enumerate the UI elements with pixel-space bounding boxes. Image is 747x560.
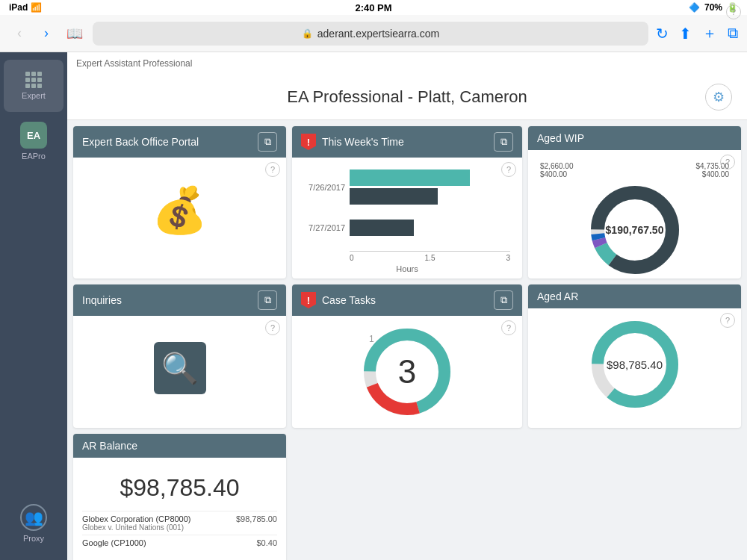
axis-0: 0 xyxy=(350,254,403,262)
widget-aged-wip-body: ? $2,660.00 $400.00 $4,735.00 $400.00 xyxy=(528,150,741,279)
reload-button[interactable]: ↻ xyxy=(656,25,669,43)
eapro-icon: EA xyxy=(20,122,47,149)
settings-button[interactable]: ⚙ xyxy=(705,84,732,111)
widget-back-office-body: ? 💰 xyxy=(73,158,286,262)
tabs-button[interactable]: ⧉ xyxy=(728,25,738,42)
sidebar-item-proxy[interactable]: 👥 Proxy xyxy=(4,497,63,550)
widget-ar-balance-header: AR Balance xyxy=(73,434,286,458)
share-button[interactable]: ⬆ xyxy=(679,25,692,43)
wifi-icon: 📶 xyxy=(31,2,42,13)
released-bar-1 xyxy=(350,188,438,205)
ar-client-row-1: Globex Corporation (CP8000) Globex v. Un… xyxy=(82,511,277,535)
aged-ar-gauge: $98,785.40 xyxy=(586,316,684,413)
widget-time-title-area: ! This Week's Time xyxy=(301,134,404,150)
person-search-icon: 🔍 xyxy=(161,351,199,386)
back-office-copy-button[interactable]: ⧉ xyxy=(258,132,277,152)
sidebar: Expert EA EAPro 👥 Proxy xyxy=(0,52,67,560)
sidebar-label-proxy: Proxy xyxy=(23,534,44,543)
bar-row-1: 7/26/2017 xyxy=(304,169,510,205)
ar-total-amount: $98,785.40 xyxy=(82,467,277,511)
status-time: 2:40 PM xyxy=(355,2,391,13)
aged-wip-donut: $2,660.00 $400.00 $4,735.00 $400.00 xyxy=(533,155,737,279)
main-content: Expert Assistant Professional EA Profess… xyxy=(67,52,747,560)
widget-aged-ar-body: ? $98,785.40 xyxy=(528,308,741,420)
carrier-label: iPad xyxy=(9,2,28,13)
back-office-help-icon[interactable]: ? xyxy=(265,162,280,177)
page-title: EA Professional - Platt, Cameron xyxy=(109,87,705,107)
ar-client-row-2: Google (CP1000) $0.40 xyxy=(82,535,277,550)
forward-button[interactable]: › xyxy=(36,23,57,44)
widget-aged-wip: Aged WIP ? $2,660.00 $400.00 $4,735.00 xyxy=(528,126,741,279)
widget-inquiries-title: Inquiries xyxy=(82,294,122,306)
ar-client-1-name: Globex Corporation (CP8000) Globex v. Un… xyxy=(82,514,191,532)
inquiry-icon: 🔍 xyxy=(154,342,206,394)
breadcrumb: Expert Assistant Professional xyxy=(67,52,747,75)
widget-inquiries-body: ? 🔍 xyxy=(73,316,286,420)
inquiries-help-icon[interactable]: ? xyxy=(265,320,280,335)
widget-aged-wip-header: Aged WIP xyxy=(528,126,741,150)
case-tasks-copy-button[interactable]: ⧉ xyxy=(494,290,513,310)
wip-donut-svg-wrapper: $190,767.50 xyxy=(586,181,684,279)
case-tasks-help-icon[interactable]: ? xyxy=(501,320,516,335)
inquiries-copy-button[interactable]: ⧉ xyxy=(258,290,277,310)
wip-label-400-right: $400.00 xyxy=(696,170,730,178)
bookmarks-button[interactable]: 📖 xyxy=(64,23,85,44)
sidebar-item-expert[interactable]: Expert xyxy=(4,60,63,112)
ar-client-1-amount: $98,785.00 xyxy=(236,514,277,532)
sidebar-label-eapro: EAPro xyxy=(22,152,46,161)
widget-time-header: ! This Week's Time ⧉ xyxy=(292,126,522,158)
widget-time-title: This Week's Time xyxy=(322,136,404,148)
aged-wip-help-icon[interactable]: ? xyxy=(720,155,735,169)
wip-label-2660: $2,660.00 xyxy=(540,162,574,170)
browser-actions[interactable]: ↻ ⬆ ＋ ⧉ xyxy=(656,23,738,43)
wip-label-400-left: $400.00 xyxy=(540,170,574,178)
wip-label-left: $2,660.00 $400.00 xyxy=(540,162,574,178)
widget-time: ! This Week's Time ⧉ ? 7/26/2017 xyxy=(292,126,522,279)
back-button[interactable]: ‹ xyxy=(9,23,30,44)
widget-ar-balance-body: ? $98,785.40 Globex Corporation (CP8000)… xyxy=(73,458,286,560)
new-tab-button[interactable]: ＋ xyxy=(702,23,717,43)
widget-case-tasks-title: Case Tasks xyxy=(322,294,376,306)
widget-case-tasks-body: ? 3 1 xyxy=(292,316,522,428)
error-bar-1 xyxy=(350,169,470,186)
bar-label-1: 7/26/2017 xyxy=(304,183,345,192)
browser-nav[interactable]: ‹ › xyxy=(9,23,57,44)
widget-aged-wip-title: Aged WIP xyxy=(537,132,584,144)
widget-back-office-title: Expert Back Office Portal xyxy=(82,136,199,148)
battery-label: 70% xyxy=(704,2,722,13)
wip-center-value: $190,767.50 xyxy=(606,224,664,236)
axis-1-5: 1.5 xyxy=(403,254,457,262)
widget-back-office: Expert Back Office Portal ⧉ ? 💰 xyxy=(73,126,286,279)
status-left: iPad 📶 xyxy=(9,2,42,13)
address-bar[interactable]: 🔒 aderant.expertsiearra.com xyxy=(93,22,648,46)
widget-inquiries-header: Inquiries ⧉ xyxy=(73,284,286,316)
widget-aged-ar-header: Aged AR xyxy=(528,284,741,308)
bars-1 xyxy=(350,169,510,205)
bluetooth-icon: 🔷 xyxy=(689,2,700,13)
bar-label-2: 7/27/2017 xyxy=(304,223,345,232)
widget-back-office-header: Expert Back Office Portal ⧉ xyxy=(73,126,286,158)
chart-axis: 0 1.5 3 xyxy=(350,251,510,262)
case-tasks-count: 3 xyxy=(398,353,416,391)
sidebar-item-eapro[interactable]: EA EAPro xyxy=(4,115,63,167)
sidebar-label-expert: Expert xyxy=(22,91,46,100)
widget-inquiries: Inquiries ⧉ ? 🔍 xyxy=(73,284,286,428)
time-alert-badge: ! xyxy=(301,134,316,150)
proxy-icon: 👥 xyxy=(20,504,47,531)
browser-bar: ‹ › 📖 🔒 aderant.expertsiearra.com ↻ ⬆ ＋ … xyxy=(0,15,747,52)
url-display: aderant.expertsiearra.com xyxy=(317,28,439,40)
dashboard-grid: Expert Back Office Portal ⧉ ? 💰 ! This W… xyxy=(67,120,747,560)
ar-client-1-sub: Globex v. United Nations (001) xyxy=(82,523,191,532)
widget-case-tasks: ! Case Tasks ⧉ ? xyxy=(292,284,522,428)
case-tasks-alert-badge: ! xyxy=(301,292,316,308)
time-help-icon[interactable]: ? xyxy=(501,162,516,177)
case-tasks-count-label: 1 xyxy=(369,334,374,344)
bar-row-2: 7/27/2017 xyxy=(304,220,510,236)
bars-2 xyxy=(350,220,510,236)
ar-client-2-amount: $0.40 xyxy=(256,538,277,547)
page-header: EA Professional - Platt, Cameron ⚙ xyxy=(67,75,747,120)
lock-icon: 🔒 xyxy=(302,28,313,39)
app-container: Expert EA EAPro 👥 Proxy Expert Assistant… xyxy=(0,52,747,560)
aged-ar-help-icon[interactable]: ? xyxy=(720,313,735,328)
time-copy-button[interactable]: ⧉ xyxy=(494,132,513,152)
